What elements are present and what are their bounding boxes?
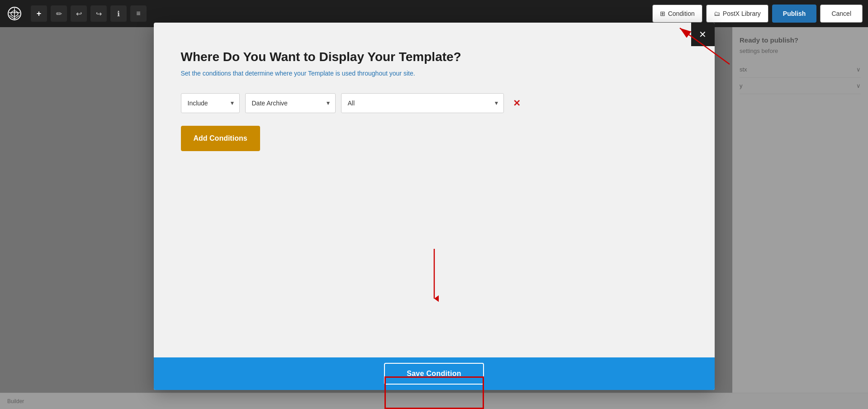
top-right-buttons: ⊞ Condition 🗂 PostX Library Publish Canc…	[652, 5, 863, 23]
menu-button[interactable]: ≡	[130, 5, 147, 22]
modal-subtitle: Set the conditions that determine where …	[181, 70, 688, 77]
condition-button[interactable]: ⊞ Condition	[652, 5, 702, 23]
redo-button[interactable]: ↪	[90, 5, 107, 22]
include-select[interactable]: Include Exclude	[181, 93, 240, 113]
info-button[interactable]: ℹ	[110, 5, 127, 22]
all-select-wrap: All ▼	[341, 93, 504, 113]
delete-condition-button[interactable]: ✕	[509, 96, 524, 110]
postx-library-button[interactable]: 🗂 PostX Library	[706, 5, 768, 23]
all-select[interactable]: All	[341, 93, 504, 113]
add-button[interactable]: +	[31, 5, 47, 22]
modal-body: Where Do You Want to Display Your Templa…	[154, 23, 715, 303]
type-select[interactable]: Date Archive Post Page Category Tag	[245, 93, 336, 113]
modal-title: Where Do You Want to Display Your Templa…	[181, 50, 688, 64]
condition-row: Include Exclude ▼ Date Archive Post Page…	[181, 93, 688, 113]
modal-footer: Save Condition	[154, 357, 715, 390]
cancel-button[interactable]: Cancel	[820, 5, 863, 23]
include-select-wrap: Include Exclude ▼	[181, 93, 240, 113]
undo-button[interactable]: ↩	[71, 5, 87, 22]
condition-modal: ✕ Where Do You Want to Display Your Temp…	[154, 23, 715, 390]
add-conditions-button[interactable]: Add Conditions	[181, 126, 260, 151]
type-select-wrap: Date Archive Post Page Category Tag ▼	[245, 93, 336, 113]
publish-button[interactable]: Publish	[772, 5, 817, 23]
modal-close-button[interactable]: ✕	[691, 23, 715, 46]
edit-button[interactable]: ✏	[51, 5, 67, 22]
save-condition-button[interactable]: Save Condition	[384, 363, 484, 385]
wp-logo	[5, 5, 24, 23]
